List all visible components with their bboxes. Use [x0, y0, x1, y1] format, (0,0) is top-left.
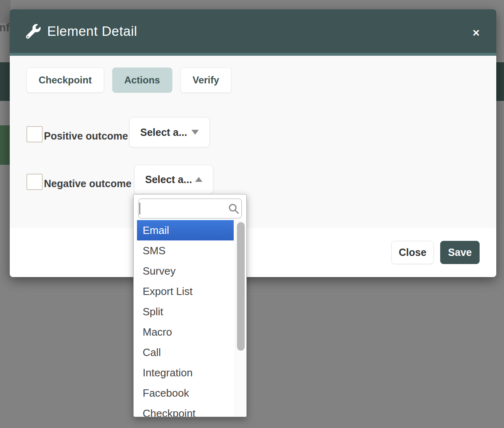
positive-outcome-select[interactable]: Select a...: [129, 117, 210, 147]
chevron-up-icon: [195, 177, 202, 182]
text-cursor: [139, 203, 140, 214]
dropdown-option-survey[interactable]: Survey: [137, 261, 234, 281]
dropdown-option-list: Email SMS Survey Export List Split Macro…: [137, 220, 234, 417]
dropdown-search-input[interactable]: [138, 199, 242, 218]
dropdown-option-sms[interactable]: SMS: [137, 240, 234, 261]
save-button[interactable]: Save: [440, 241, 480, 264]
negative-outcome-label: Negative outcome: [44, 178, 131, 190]
modal-header: Element Detail ✕: [10, 9, 496, 53]
screen: nfo Element Detail ✕ Checkpoint Actions …: [0, 0, 504, 428]
dropdown-option-call[interactable]: Call: [137, 342, 234, 362]
dropdown-option-email[interactable]: Email: [137, 220, 234, 240]
dropdown-scrollbar-thumb[interactable]: [237, 222, 245, 351]
modal-title: Element Detail: [47, 24, 137, 39]
element-detail-modal: Element Detail ✕ Checkpoint Actions Veri…: [10, 9, 496, 277]
close-button[interactable]: Close: [391, 241, 434, 264]
dropdown-option-split[interactable]: Split: [137, 301, 234, 322]
chevron-down-icon: [191, 130, 199, 135]
dropdown-option-export-list[interactable]: Export List: [137, 281, 234, 301]
modal-body: Checkpoint Actions Verify Positive outco…: [10, 56, 496, 228]
tab-bar: Checkpoint Actions Verify: [26, 68, 231, 93]
positive-outcome-select-value: Select a...: [140, 127, 187, 138]
tab-verify[interactable]: Verify: [180, 68, 231, 93]
dropdown-option-facebook[interactable]: Facebook: [137, 383, 234, 403]
close-icon[interactable]: ✕: [472, 24, 480, 38]
negative-outcome-select-value: Select a...: [145, 174, 192, 186]
tab-checkpoint[interactable]: Checkpoint: [26, 68, 104, 93]
magnifier-icon: [228, 203, 239, 214]
modal-footer: Close Save: [10, 228, 496, 277]
negative-outcome-select[interactable]: Select a...: [134, 165, 213, 194]
action-dropdown-panel: Email SMS Survey Export List Split Macro…: [133, 194, 247, 417]
wrench-icon: [26, 24, 41, 39]
negative-outcome-checkbox[interactable]: [26, 174, 43, 190]
dropdown-option-integration[interactable]: Integration: [137, 362, 234, 383]
dropdown-option-checkpoint[interactable]: Checkpoint: [137, 403, 234, 417]
background-header-fragment: [0, 0, 11, 23]
tab-actions[interactable]: Actions: [112, 68, 172, 93]
positive-outcome-checkbox[interactable]: [26, 126, 43, 142]
positive-outcome-label: Positive outcome: [44, 130, 128, 142]
dropdown-option-macro[interactable]: Macro: [137, 322, 234, 342]
header-accent-strip: [10, 53, 496, 56]
